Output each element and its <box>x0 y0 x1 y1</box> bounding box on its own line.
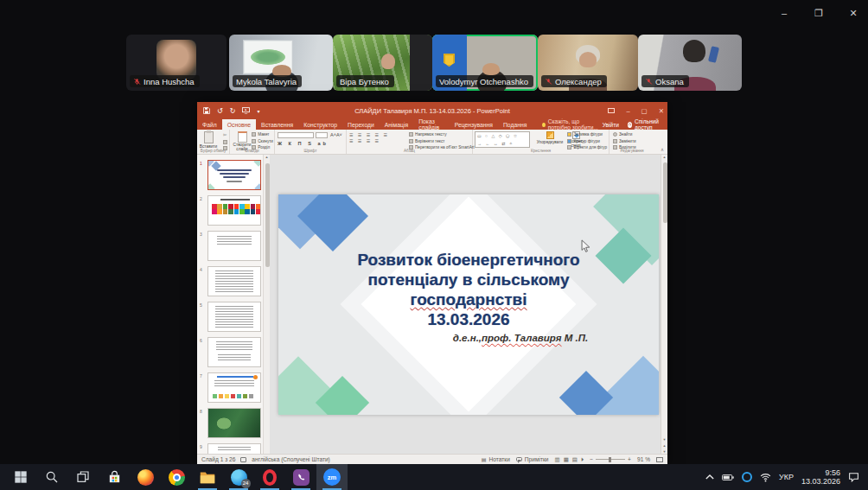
slide-sorter-icon[interactable]: ▦ <box>564 456 569 463</box>
slide-editing-area[interactable]: Розвиток біоенергетичного потенціалу в с… <box>270 155 661 454</box>
participant-tile[interactable]: Олександер <box>538 35 638 91</box>
arrange-button[interactable]: Упорядкувати <box>535 131 565 144</box>
reading-view-icon[interactable]: ▤ <box>572 456 578 463</box>
slide-thumbnail[interactable] <box>207 408 261 438</box>
normal-view-icon[interactable]: ▥ <box>555 456 560 463</box>
find-button[interactable]: Знайти <box>613 132 636 137</box>
slide-thumbnail[interactable] <box>207 266 261 296</box>
restore-icon[interactable]: ❐ <box>811 5 827 21</box>
chrome-button[interactable] <box>161 464 192 490</box>
slide-thumbnail[interactable] <box>207 372 261 403</box>
copy-icon[interactable] <box>223 140 227 144</box>
zoom-app-button[interactable]: zm <box>316 464 348 490</box>
clock[interactable]: 9:56 13.03.2026 <box>801 468 840 487</box>
shape-fill-button[interactable]: Заливка фігури <box>567 132 607 137</box>
ppt-statusbar: Слайд 1 з 26 англійська (Сполучені Штати… <box>197 454 667 464</box>
close-icon[interactable]: ✕ <box>846 5 861 21</box>
wifi-icon[interactable] <box>760 473 771 482</box>
ppt-close-icon[interactable]: ✕ <box>659 107 664 115</box>
font-size-box[interactable] <box>316 132 328 138</box>
font-style-buttons[interactable]: Ж К П S ab <box>278 141 329 146</box>
shape-outline-button[interactable]: Контур фігури <box>567 139 607 143</box>
tell-me-box[interactable]: Скажіть, що потрібно зробити... <box>542 119 602 130</box>
notes-button[interactable]: ▤Нотатки <box>482 456 510 462</box>
file-explorer-button[interactable] <box>192 464 223 490</box>
participant-tile[interactable]: Oksana <box>638 35 742 91</box>
cut-icon[interactable]: ✂ <box>223 132 227 137</box>
sign-in-button[interactable]: Увійти <box>603 122 619 128</box>
tab-Конструктор[interactable]: Конструктор <box>298 119 342 130</box>
participant-tile[interactable]: Віра Бутенко <box>333 35 432 91</box>
slide-canvas[interactable]: Розвиток біоенергетичного потенціалу в с… <box>278 194 659 415</box>
paste-button[interactable]: Вставити <box>199 131 218 149</box>
participant-tile[interactable]: Inna Hushcha <box>126 35 227 91</box>
reset-button[interactable]: Скинути <box>252 139 273 143</box>
ppt-minimize-icon[interactable]: – <box>626 107 629 115</box>
hidden-icons-chevron-icon[interactable] <box>705 474 714 480</box>
slideshow-icon[interactable] <box>242 107 250 114</box>
tab-Вставлення[interactable]: Вставлення <box>256 119 298 130</box>
opera-button[interactable] <box>254 464 285 490</box>
slide-thumbnail[interactable] <box>207 195 261 226</box>
ribbon-options-icon[interactable] <box>608 108 615 113</box>
undo-icon[interactable]: ↺ <box>217 107 223 115</box>
previous-slide-icon[interactable]: ▲ <box>661 443 667 448</box>
app-badge-24-button[interactable]: 24 <box>223 464 254 490</box>
slide-scrollbar[interactable]: ▲▼▲▼ <box>661 155 667 454</box>
slideshow-view-icon[interactable]: ⏵ <box>581 456 584 463</box>
slide-subtitle[interactable]: д.е.н.,проф. Талавиря М .П. <box>382 333 659 343</box>
shapes-gallery[interactable]: ▭ ○ △ ◇ ⬠ ☆→ ← ↔ ⇄ ✧ <box>475 131 530 148</box>
search-button[interactable] <box>36 464 67 490</box>
list-align-buttons[interactable]: ☰ ☰ ☰ ☰ ☰☰ ☰ ☰ ☰ <box>349 132 389 144</box>
slide-thumbnail[interactable] <box>207 337 261 367</box>
collapse-ribbon-icon[interactable]: ∧ <box>661 147 664 152</box>
zoom-slider-handle[interactable] <box>609 457 611 462</box>
grow-shrink-font-icons[interactable]: A˄A˅ <box>330 132 342 137</box>
group-label: Абзац <box>347 149 472 153</box>
zoom-in-icon[interactable]: + <box>628 456 631 462</box>
zoom-out-icon[interactable]: − <box>590 456 593 462</box>
layout-button[interactable]: Макет <box>252 132 273 137</box>
microsoft-store-button[interactable] <box>99 464 130 490</box>
language-switcher[interactable]: УКР <box>779 473 794 481</box>
comments-button[interactable]: Примітки <box>516 456 549 462</box>
tab-Анімація[interactable]: Анімація <box>380 119 413 130</box>
firefox-button[interactable] <box>130 464 161 490</box>
minimize-icon[interactable]: – <box>776 5 792 21</box>
task-view-button[interactable] <box>67 464 99 490</box>
share-button[interactable]: Спільний доступ <box>628 118 661 130</box>
font-name-box[interactable] <box>278 132 314 138</box>
viber-button[interactable] <box>285 464 316 490</box>
tab-Рецензування[interactable]: Рецензування <box>450 119 498 130</box>
replace-button[interactable]: Замінити <box>613 139 636 143</box>
slide-thumbnail[interactable] <box>207 302 261 332</box>
zoom-level[interactable]: 91 % <box>637 456 650 462</box>
spellcheck-icon[interactable] <box>240 457 246 462</box>
action-center-icon[interactable] <box>848 472 859 482</box>
qat-dropdown-icon[interactable]: ▾ <box>257 108 259 114</box>
viber-icon <box>293 469 310 486</box>
ppt-restore-icon[interactable]: ▢ <box>641 107 648 115</box>
tab-Подання[interactable]: Подання <box>498 119 532 130</box>
tab-Переходи[interactable]: Переходи <box>342 119 380 130</box>
start-button[interactable] <box>5 464 36 490</box>
battery-icon[interactable] <box>722 474 734 481</box>
language-indicator[interactable]: англійська (Сполучені Штати) <box>252 456 329 462</box>
thumbnail-scrollbar[interactable]: ▲ <box>263 155 270 454</box>
text-direction-button[interactable]: Напрямок тексту <box>409 132 475 137</box>
slide-thumbnail[interactable] <box>207 160 261 190</box>
slide-thumbnail[interactable] <box>207 443 261 454</box>
redo-icon[interactable]: ↻ <box>230 107 236 115</box>
tray-app-icon[interactable] <box>742 472 752 482</box>
tab-Файл[interactable]: Файл <box>197 119 222 130</box>
participant-tile[interactable]: Mykola Talavyria <box>229 35 333 91</box>
tab-Основне[interactable]: Основне <box>222 119 256 130</box>
participant-tile[interactable]: Volodymyr Otchenashko <box>432 35 538 91</box>
save-icon[interactable] <box>203 107 210 114</box>
tab-Показ слайдів[interactable]: Показ слайдів <box>413 119 450 130</box>
slide-title[interactable]: Розвиток біоенергетичного потенціалу в с… <box>278 250 659 329</box>
slide-thumbnail[interactable] <box>207 231 261 261</box>
fit-slide-icon[interactable] <box>656 457 663 462</box>
phone <box>708 46 719 63</box>
align-text-button[interactable]: Вирівняти текст <box>409 139 475 143</box>
